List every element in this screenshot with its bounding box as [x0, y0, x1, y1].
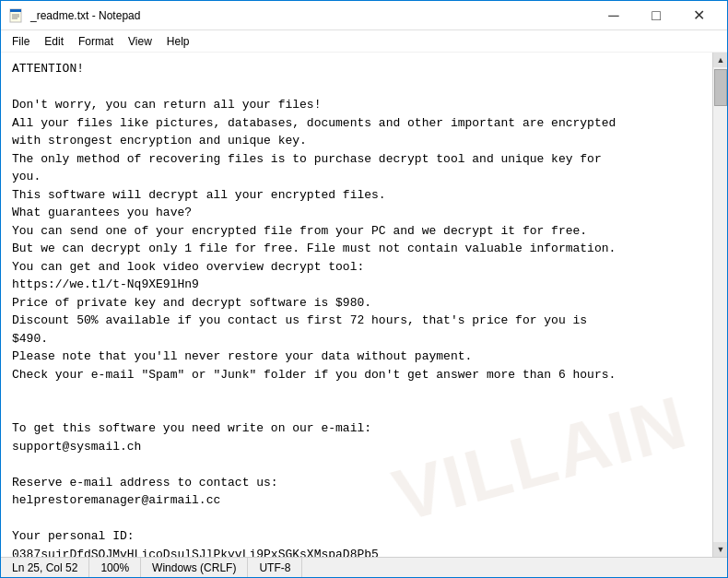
notepad-window: _readme.txt - Notepad ─ □ ✕ File Edit Fo…: [0, 0, 728, 578]
menu-bar: File Edit Format View Help: [1, 30, 727, 53]
scroll-up-button[interactable]: ▲: [713, 53, 727, 67]
content-area: ATTENTION! Don't worry, you can return a…: [1, 53, 727, 557]
vertical-scrollbar[interactable]: ▲ ▼: [712, 53, 727, 557]
cursor-position: Ln 25, Col 52: [8, 558, 89, 577]
menu-file[interactable]: File: [5, 30, 37, 52]
app-icon: [8, 8, 23, 23]
zoom-level: 100%: [89, 558, 141, 577]
window-controls: ─ □ ✕: [593, 1, 720, 30]
menu-edit[interactable]: Edit: [37, 30, 71, 52]
menu-view[interactable]: View: [121, 30, 159, 52]
maximize-button[interactable]: □: [635, 1, 677, 30]
window-title: _readme.txt - Notepad: [30, 9, 593, 22]
close-button[interactable]: ✕: [677, 1, 720, 30]
title-bar: _readme.txt - Notepad ─ □ ✕: [1, 1, 727, 30]
minimize-button[interactable]: ─: [593, 1, 635, 30]
scrollbar-thumb[interactable]: [714, 69, 727, 106]
menu-format[interactable]: Format: [71, 30, 121, 52]
status-bar: Ln 25, Col 52 100% Windows (CRLF) UTF-8: [1, 557, 727, 577]
scroll-down-button[interactable]: ▼: [713, 542, 727, 557]
text-editor[interactable]: ATTENTION! Don't worry, you can return a…: [1, 53, 712, 557]
encoding: UTF-8: [248, 558, 302, 577]
menu-help[interactable]: Help: [159, 30, 197, 52]
svg-rect-1: [10, 9, 21, 12]
scrollbar-track[interactable]: [713, 67, 727, 542]
line-ending: Windows (CRLF): [141, 558, 248, 577]
